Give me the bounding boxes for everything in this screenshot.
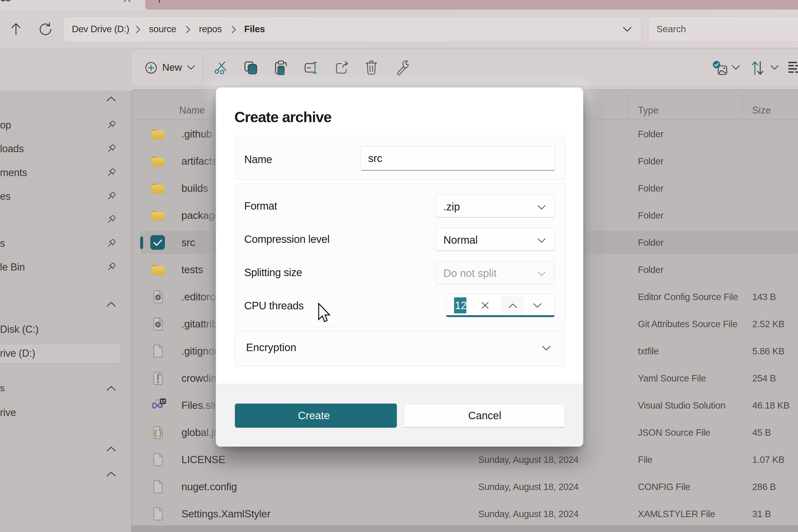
svg-text:{}: {} <box>154 429 162 437</box>
svg-text:17: 17 <box>161 399 165 403</box>
